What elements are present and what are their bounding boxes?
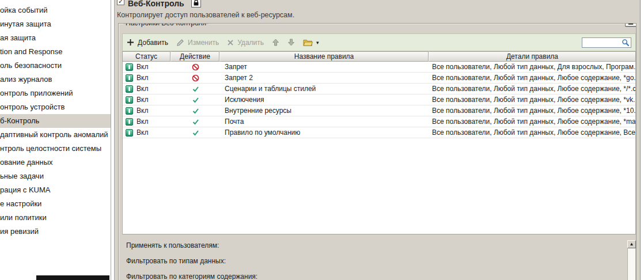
status-label: Вкл — [137, 74, 148, 82]
sidebar-item[interactable]: ая защита — [0, 31, 111, 45]
rule-row[interactable]: Вкл Исключения Все пользователи, Любой т… — [123, 94, 635, 105]
lock-icon — [193, 0, 199, 6]
status-label: Вкл — [137, 118, 148, 126]
move-up-button[interactable] — [272, 39, 279, 46]
title-lock-button[interactable] — [191, 0, 201, 7]
rule-row[interactable]: Вкл Почта Все пользователи, Любой тип да… — [123, 116, 635, 127]
search-box — [582, 37, 631, 48]
sidebar-item[interactable]: ование данных — [0, 156, 111, 169]
sidebar-item-label: инутая защита — [0, 20, 51, 28]
column-header[interactable]: Детали правила — [429, 51, 636, 62]
groupbox-label: Настройки Веб-Контроля — [123, 23, 209, 27]
status-on-icon — [126, 129, 133, 137]
web-control-panel: ✓ Веб-Контроль Контролирует доступ польз… — [115, 0, 641, 280]
rule-name: Запрет — [220, 63, 429, 71]
folder-icon — [303, 39, 313, 46]
move-down-button[interactable] — [287, 39, 295, 46]
rule-details: Все пользователи, Любой тип данных, Для … — [429, 63, 635, 71]
page-title: Веб-Контроль — [128, 0, 184, 8]
sidebar-item[interactable]: tion and Response — [0, 45, 111, 59]
edit-button-label: Изменить — [188, 39, 219, 47]
sidebar-item[interactable]: ализ журналов — [0, 73, 111, 86]
sidebar-item[interactable]: онтроль устройств — [0, 100, 111, 114]
rule-row[interactable]: Вкл Сценарии и таблицы стилей Все пользо… — [123, 84, 635, 94]
sidebar-item-label: ойка событий — [0, 6, 47, 14]
plus-icon — [127, 39, 134, 46]
sidebar-item[interactable]: или политики — [0, 211, 111, 225]
status-cell: Вкл — [123, 74, 171, 82]
delete-button[interactable]: Удалить — [227, 39, 264, 47]
action-cell — [171, 107, 220, 115]
column-header[interactable]: Действие — [171, 51, 219, 62]
x-icon — [227, 39, 234, 46]
status-cell: Вкл — [123, 107, 171, 115]
sidebar-item-label: ализ журналов — [0, 75, 52, 84]
rule-name: Сценарии и таблицы стилей — [220, 85, 429, 93]
column-header[interactable]: Название правила — [219, 51, 429, 62]
sidebar-item-label: даптивный контроль аномалий — [0, 130, 108, 139]
rule-row[interactable]: Вкл Запрет Все пользователи, Любой тип д… — [123, 62, 635, 73]
search-input[interactable] — [582, 39, 622, 47]
status-label: Вкл — [137, 107, 148, 115]
sidebar-item[interactable]: ойка событий — [0, 3, 111, 17]
sidebar-item[interactable]: ьные задачи — [0, 169, 111, 183]
taskbar-fragment — [36, 275, 109, 280]
rule-details: Все пользователи, Любой тип данных, Любо… — [429, 107, 635, 115]
sidebar-item[interactable]: инутая защита — [0, 17, 111, 31]
status-cell: Вкл — [123, 118, 171, 126]
rules-table: СтатусДействиеНазвание правилаДетали пра… — [122, 51, 636, 234]
sidebar-item[interactable]: рация с KUMA — [0, 183, 111, 197]
sidebar-item[interactable]: б-Контроль — [0, 114, 111, 128]
rule-name: Исключения — [220, 96, 429, 104]
edit-button[interactable]: Изменить — [176, 39, 219, 47]
sidebar-item-label: нтроль целостности системы — [0, 144, 101, 153]
sidebar-item[interactable]: даптивный контроль аномалий — [0, 128, 111, 142]
rule-details: Все пользователи, Любой тип данных, Любо… — [429, 85, 635, 93]
action-allow-icon — [192, 107, 199, 115]
rule-name: Почта — [220, 118, 429, 126]
status-on-icon — [126, 118, 133, 126]
sidebar-item-label: онтроль устройств — [0, 103, 65, 111]
rule-row[interactable]: Вкл Запрет 2 Все пользователи, Любой тип… — [123, 73, 635, 84]
import-export-button[interactable]: ▾ — [303, 39, 319, 46]
action-allow-icon — [192, 85, 199, 93]
rule-row[interactable]: Вкл Правило по умолчанию Все пользовател… — [123, 127, 635, 138]
add-button[interactable]: Добавить — [127, 39, 168, 47]
group-lock-button[interactable] — [625, 23, 637, 27]
details-panel-label: Применять к пользователям: — [126, 241, 219, 249]
sidebar-item[interactable]: онтроль приложений — [0, 86, 111, 100]
action-cell — [171, 96, 220, 104]
status-cell: Вкл — [123, 63, 171, 71]
module-enabled-checkbox[interactable]: ✓ — [117, 0, 124, 5]
action-cell — [171, 74, 220, 82]
sidebar-item[interactable]: е настройки — [0, 197, 111, 211]
sidebar-item[interactable]: нтроль целостности системы — [0, 142, 111, 156]
status-cell: Вкл — [123, 96, 171, 104]
sidebar-item[interactable]: оль безопасности — [0, 59, 111, 73]
sidebar-item-label: рация с KUMA — [0, 186, 51, 194]
sidebar-item-label: ая защита — [0, 33, 36, 42]
status-cell: Вкл — [123, 85, 171, 93]
action-cell — [171, 129, 220, 137]
table-header: СтатусДействиеНазвание правилаДетали пра… — [122, 51, 636, 62]
status-on-icon — [126, 63, 133, 71]
sidebar-item[interactable]: ия ревизий — [0, 225, 111, 239]
arrow-up-icon — [272, 39, 279, 46]
details-panel-label: Фильтровать по категориям содержания: — [126, 273, 257, 280]
sidebar-divider — [111, 0, 115, 280]
sidebar-item-label: ование данных — [0, 158, 53, 167]
status-on-icon — [126, 96, 133, 104]
sidebar: ойка событий инутая защита ая защита tio… — [0, 0, 111, 280]
rule-row[interactable]: Вкл Внутренние ресурсы Все пользователи,… — [123, 105, 635, 116]
search-icon[interactable] — [622, 39, 630, 47]
column-header[interactable]: Статус — [122, 51, 171, 62]
rule-details: Все пользователи, Любой тип данных, Любо… — [429, 118, 635, 126]
scrollbar-track[interactable] — [627, 248, 636, 280]
status-on-icon — [126, 85, 133, 93]
module-description: Контролирует доступ пользователей к веб-… — [117, 11, 294, 19]
action-deny-icon — [192, 74, 199, 82]
scroll-up-button[interactable]: ▲ — [627, 240, 636, 248]
rule-details: Все пользователи, Любой тип данных, Любо… — [429, 74, 635, 82]
status-cell: Вкл — [123, 128, 171, 137]
sidebar-item-label: е настройки — [0, 199, 41, 208]
